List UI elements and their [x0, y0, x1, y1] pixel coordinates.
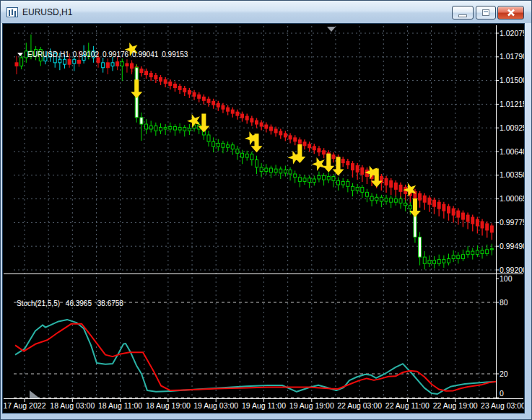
stoch-label: Stoch(21,5,5) [17, 299, 60, 307]
candles [15, 35, 493, 270]
chart-client-area: 1.020751.017901.015001.012151.009251.006… [2, 23, 525, 414]
svg-text:1.00925: 1.00925 [500, 123, 524, 132]
symbol-header: EURUSD,H1 0.99102 0.99176 0.99041 0.9915… [17, 51, 188, 58]
svg-text:1.00640: 1.00640 [500, 147, 524, 156]
svg-text:18 Aug 03:00: 18 Aug 03:00 [50, 401, 95, 410]
svg-text:23 Aug 03:00: 23 Aug 03:00 [481, 401, 524, 410]
chart-grid [14, 26, 496, 398]
down-arrow-signal-icon [131, 79, 142, 98]
minimize-icon [458, 14, 467, 17]
restore-icon [482, 9, 489, 16]
svg-text:22 Aug 11:00: 22 Aug 11:00 [385, 401, 429, 410]
axis-labels: 1.020751.017901.015001.012151.009251.006… [4, 29, 524, 411]
svg-text:1.01790: 1.01790 [500, 52, 524, 61]
svg-text:19 Aug 03:00: 19 Aug 03:00 [193, 401, 238, 410]
star-signal-icon [312, 157, 325, 171]
svg-text:1.00065: 1.00065 [500, 194, 524, 203]
stochastic-header: Stoch(21,5,5) 46.3965 38.6758 [17, 299, 123, 307]
svg-text:18 Aug 19:00: 18 Aug 19:00 [146, 401, 191, 410]
svg-text:0.99490: 0.99490 [500, 242, 524, 250]
svg-text:22 Aug 19:00: 22 Aug 19:00 [433, 401, 478, 410]
svg-text:1.00350: 1.00350 [500, 170, 524, 179]
svg-text:0.99200: 0.99200 [500, 266, 524, 274]
header-close: 0.99153 [162, 51, 188, 58]
window-title: EURUSD,H1 [22, 7, 72, 17]
svg-text:80: 80 [500, 298, 508, 307]
svg-text:17 Aug 2022: 17 Aug 2022 [4, 401, 46, 410]
svg-text:1.02075: 1.02075 [500, 29, 524, 38]
period-marker-icon [327, 27, 336, 32]
subwindow-corner-wedge-icon [30, 390, 40, 398]
close-button[interactable] [497, 6, 524, 19]
header-open: 0.99102 [73, 51, 99, 58]
stoch-k-value: 46.3965 [66, 299, 92, 307]
chart-window: EURUSD,H1 1.020751.017901.015001.012151.… [0, 0, 532, 420]
svg-text:19 Aug 11:00: 19 Aug 11:00 [242, 401, 286, 410]
stoch-d-value: 38.6758 [97, 299, 123, 307]
stochastic-lines [15, 320, 496, 394]
svg-text:100: 100 [500, 274, 513, 283]
chart-canvas[interactable]: 1.020751.017901.015001.012151.009251.006… [3, 24, 524, 413]
svg-text:19 Aug 19:00: 19 Aug 19:00 [289, 401, 334, 410]
restore-button[interactable] [476, 6, 496, 19]
minimize-button[interactable] [452, 6, 474, 19]
svg-text:0: 0 [500, 389, 504, 398]
header-low: 0.99041 [132, 51, 158, 58]
header-symbol: EURUSD,H1 [27, 51, 69, 58]
svg-text:0.99775: 0.99775 [500, 218, 524, 227]
svg-text:18 Aug 11:00: 18 Aug 11:00 [98, 401, 142, 410]
svg-text:22 Aug 03:00: 22 Aug 03:00 [337, 401, 382, 410]
svg-text:1.01215: 1.01215 [500, 100, 524, 108]
svg-text:1.01500: 1.01500 [500, 76, 524, 84]
chevron-down-icon[interactable] [17, 53, 23, 56]
chart-app-icon [6, 7, 18, 17]
svg-text:20: 20 [500, 369, 508, 378]
close-icon [507, 9, 515, 17]
header-high: 0.99176 [103, 51, 128, 58]
